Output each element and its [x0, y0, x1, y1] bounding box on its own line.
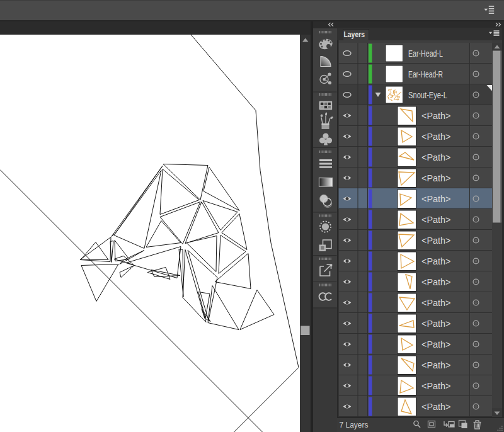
svg-text:Snout-Eye-L: Snout-Eye-L — [408, 90, 447, 100]
svg-text:<Path>: <Path> — [421, 402, 451, 412]
svg-text:<Path>: <Path> — [421, 132, 451, 142]
svg-text:<Path>: <Path> — [421, 277, 451, 287]
svg-text:<Path>: <Path> — [421, 215, 451, 225]
svg-text:<Path>: <Path> — [421, 360, 451, 370]
svg-text:<Path>: <Path> — [421, 111, 451, 121]
svg-text:<Path>: <Path> — [421, 381, 451, 391]
svg-text:Ear-Head-L: Ear-Head-L — [408, 48, 443, 59]
svg-text:Ear-Head-R: Ear-Head-R — [408, 69, 443, 79]
svg-text:<Path>: <Path> — [421, 339, 451, 350]
svg-text:<Path>: <Path> — [421, 152, 451, 162]
svg-text:<Path>: <Path> — [421, 236, 451, 246]
svg-text:<Path>: <Path> — [421, 319, 451, 329]
svg-text:<Path>: <Path> — [421, 298, 451, 308]
svg-text:<Path>: <Path> — [421, 194, 451, 204]
svg-text:<Path>: <Path> — [421, 256, 451, 266]
svg-text:<Path>: <Path> — [421, 173, 451, 183]
